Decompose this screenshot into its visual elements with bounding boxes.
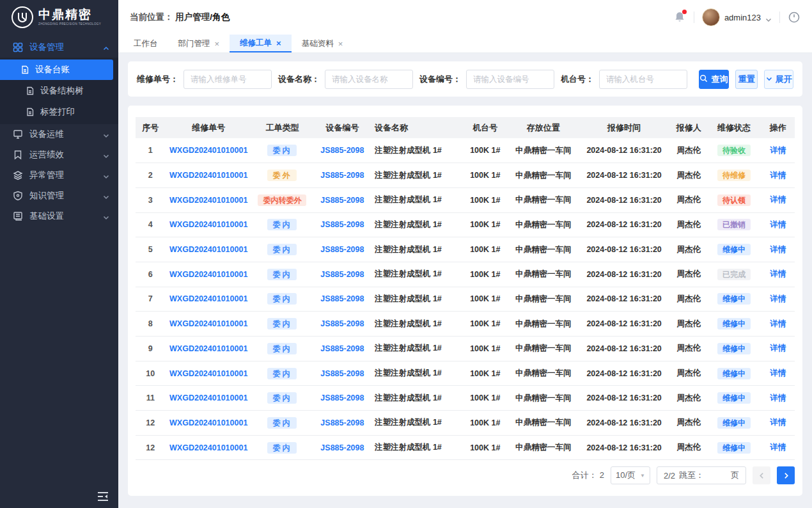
detail-link[interactable]: 详情 [761, 361, 795, 386]
detail-link[interactable]: 详情 [761, 337, 795, 361]
device-no-link[interactable]: JS885-2098 [313, 386, 372, 411]
tab-department-management[interactable]: 部门管理 × [168, 35, 230, 52]
sidebar-item-label-printing[interactable]: 标签打印 [0, 102, 118, 122]
device-no-link[interactable]: JS885-2098 [313, 287, 372, 312]
column-header: 报修人 [671, 117, 707, 138]
table-row: 4WXGD202401010001委内JS885-2098注塑注射成型机 1#1… [136, 212, 795, 237]
repair-order-no-link[interactable]: WXGD202401010001 [165, 163, 251, 188]
device-no-link[interactable]: JS885-2098 [313, 361, 372, 386]
repair-order-no-link[interactable]: WXGD202401010001 [165, 237, 251, 262]
repair-status-cell: 维修中 [707, 337, 761, 361]
device-no-input[interactable] [466, 70, 554, 89]
detail-link[interactable]: 详情 [761, 312, 795, 337]
detail-link[interactable]: 详情 [761, 138, 795, 163]
detail-link[interactable]: 详情 [761, 212, 795, 237]
order-type-cell: 委内 [252, 237, 313, 262]
repair-order-no-link[interactable]: WXGD202401010001 [165, 312, 251, 337]
table-row: 7WXGD202401010001委内JS885-2098注塑注射成型机 1#1… [136, 287, 795, 312]
shield-icon [13, 191, 23, 201]
tab-workbench[interactable]: 工作台 [123, 35, 168, 52]
repair-order-no-link[interactable]: WXGD202401010001 [165, 435, 251, 460]
search-button[interactable]: 查询 [699, 70, 729, 89]
notification-bell-icon[interactable] [673, 11, 686, 24]
order-type-tag: 委内 [267, 392, 297, 404]
device-icon [13, 211, 23, 221]
device-name: 注塑注射成型机 1# [372, 361, 461, 386]
device-no-link[interactable]: JS885-2098 [313, 187, 372, 212]
jump-page-input[interactable] [708, 469, 727, 482]
repair-order-no-link[interactable]: WXGD202401010001 [165, 262, 251, 287]
row-index: 5 [136, 237, 165, 262]
next-page-button[interactable] [777, 466, 795, 484]
reporter: 周杰伦 [671, 287, 707, 312]
sidebar-item-equipment-structure-tree[interactable]: 设备结构树 [0, 81, 118, 101]
close-icon[interactable]: × [276, 39, 281, 47]
device-no-link[interactable]: JS885-2098 [313, 312, 372, 337]
device-name: 注塑注射成型机 1# [372, 411, 461, 436]
device-name: 注塑注射成型机 1# [372, 262, 461, 287]
device-no-link[interactable]: JS885-2098 [313, 138, 372, 163]
repair-order-no-link[interactable]: WXGD202401010001 [165, 187, 251, 212]
work-order-table-card: 序号维修单号工单类型设备编号设备名称机台号存放位置报修时间报修人维修状态操作 1… [128, 106, 802, 496]
status-badge: 维修中 [717, 368, 751, 379]
detail-link[interactable]: 详情 [761, 237, 795, 262]
tab-basic-data[interactable]: 基础资料 × [292, 35, 354, 52]
repair-order-no-link[interactable]: WXGD202401010001 [165, 138, 251, 163]
row-index: 2 [136, 163, 165, 188]
repair-order-no-link[interactable]: WXGD202401010001 [165, 287, 251, 312]
expand-button[interactable]: 展开 [764, 70, 793, 89]
prev-page-button[interactable] [753, 466, 770, 484]
device-no-link[interactable]: JS885-2098 [313, 435, 372, 460]
device-no-link[interactable]: JS885-2098 [313, 212, 372, 237]
device-no-link[interactable]: JS885-2098 [313, 163, 372, 188]
table-row: 5WXGD202401010001委内JS885-2098注塑注射成型机 1#1… [136, 237, 795, 262]
reset-button[interactable]: 重置 [735, 70, 758, 89]
sidebar-item-equipment-operations[interactable]: 设备运维 [0, 124, 118, 145]
chevron-down-icon [103, 172, 109, 179]
logout-power-icon[interactable] [788, 11, 800, 24]
detail-link[interactable]: 详情 [761, 187, 795, 212]
repair-order-no-input[interactable] [183, 70, 272, 89]
table-row: 11WXGD202401010001委内JS885-2098注塑注射成型机 1#… [136, 386, 795, 411]
repair-order-no-link[interactable]: WXGD202401010001 [165, 361, 251, 386]
device-no-link[interactable]: JS885-2098 [313, 337, 372, 361]
row-index: 7 [136, 287, 165, 312]
sidebar-item-equipment-management[interactable]: 设备管理 [0, 37, 118, 58]
device-no-link[interactable]: JS885-2098 [313, 411, 372, 436]
close-icon[interactable]: × [338, 40, 343, 48]
topbar: 当前位置： 用户管理/角色 admin123 [118, 0, 812, 35]
repair-order-no-link[interactable]: WXGD202401010001 [165, 212, 251, 237]
detail-link[interactable]: 详情 [761, 386, 795, 411]
detail-link[interactable]: 详情 [761, 287, 795, 312]
repair-order-no-link[interactable]: WXGD202401010001 [165, 386, 251, 411]
detail-link[interactable]: 详情 [761, 411, 795, 436]
device-name-input[interactable] [325, 70, 413, 89]
detail-link[interactable]: 详情 [761, 163, 795, 188]
storage-location: 中鼎精密一车间 [509, 337, 577, 361]
column-header: 机台号 [461, 117, 509, 138]
order-type-tag: 委内 [267, 368, 297, 379]
detail-link[interactable]: 详情 [761, 262, 795, 287]
repair-order-no-link[interactable]: WXGD202401010001 [165, 411, 251, 436]
sidebar-item-exception-management[interactable]: 异常管理 [0, 165, 118, 186]
device-no-link[interactable]: JS885-2098 [313, 237, 372, 262]
sidebar-item-operation-performance[interactable]: 运营绩效 [0, 145, 118, 165]
row-index: 9 [136, 337, 165, 361]
document-icon [20, 65, 29, 74]
device-no-link[interactable]: JS885-2098 [313, 262, 372, 287]
machine-no-input[interactable] [599, 70, 687, 89]
close-icon[interactable]: × [215, 40, 220, 48]
sidebar-item-equipment-ledger[interactable]: 设备台账 [0, 60, 113, 80]
storage-location: 中鼎精密一车间 [509, 287, 577, 312]
user-menu[interactable]: admin123 [702, 8, 772, 26]
repair-order-no-link[interactable]: WXGD202401010001 [165, 337, 251, 361]
detail-link[interactable]: 详情 [761, 435, 795, 460]
status-badge: 已完成 [717, 269, 751, 280]
page-size-select[interactable]: 10/页 ▼ [611, 466, 650, 484]
status-badge: 待维修 [717, 170, 751, 181]
tab-repair-work-order[interactable]: 维修工单 × [230, 35, 292, 52]
sidebar-item-knowledge-management[interactable]: 知识管理 [0, 186, 118, 206]
sidebar-item-basic-settings[interactable]: 基础设置 [0, 206, 118, 226]
sidebar-collapse-icon[interactable] [97, 490, 109, 503]
reporter: 周杰伦 [671, 411, 707, 436]
